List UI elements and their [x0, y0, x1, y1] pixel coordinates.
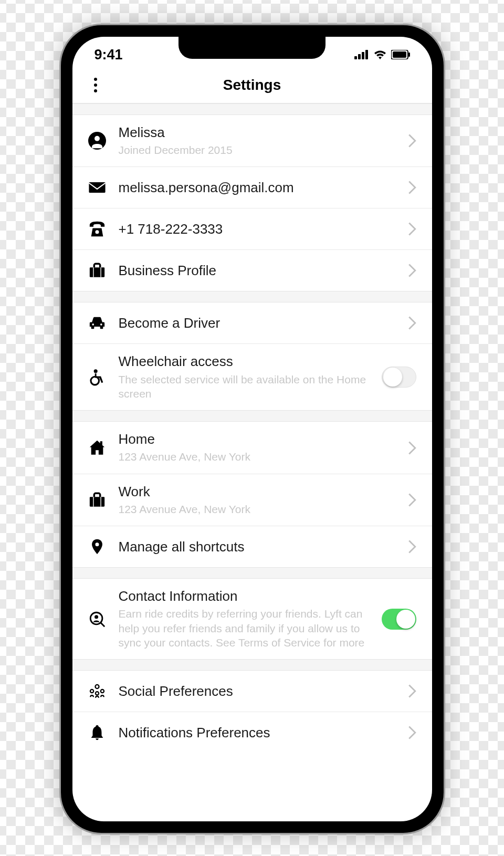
svg-rect-19 — [89, 497, 104, 506]
briefcase-icon — [88, 262, 106, 279]
svg-point-22 — [95, 542, 99, 546]
svg-point-28 — [100, 690, 103, 693]
chevron-right-icon — [408, 540, 416, 554]
notifications-preferences-label: Notifications Preferences — [119, 725, 408, 741]
svg-rect-2 — [362, 52, 364, 59]
wifi-icon — [373, 50, 387, 59]
wheelchair-label: Wheelchair access — [119, 353, 382, 370]
profile-row[interactable]: Melissa Joined December 2015 — [72, 115, 432, 166]
section-separator — [72, 410, 432, 422]
svg-point-8 — [94, 136, 100, 141]
work-address: 123 Avenue Ave, New York — [119, 502, 392, 516]
home-address-row[interactable]: Home 123 Avenue Ave, New York — [72, 422, 432, 473]
svg-rect-3 — [365, 50, 368, 59]
wheelchair-sub: The selected service will be available o… — [119, 372, 382, 401]
svg-point-14 — [92, 323, 94, 326]
become-driver-label: Become a Driver — [119, 315, 408, 331]
svg-point-17 — [90, 377, 99, 385]
section-separator — [72, 659, 432, 671]
manage-shortcuts-label: Manage all shortcuts — [119, 539, 408, 555]
envelope-icon — [88, 179, 106, 196]
business-profile-label: Business Profile — [119, 263, 408, 279]
section-separator — [72, 567, 432, 579]
status-time: 9:41 — [94, 47, 123, 63]
car-icon — [88, 314, 106, 332]
contact-info-label: Contact Information — [119, 588, 382, 604]
screen: 9:41 Settings Melissa Joined December 20… — [72, 37, 432, 821]
briefcase-icon — [88, 491, 106, 509]
person-search-icon — [88, 610, 106, 628]
profile-joined: Joined December 2015 — [119, 143, 392, 157]
group-icon — [88, 682, 106, 700]
chevron-right-icon — [408, 493, 416, 507]
email-row[interactable]: melissa.persona@gmail.com — [72, 166, 432, 208]
svg-point-15 — [100, 323, 102, 326]
contact-info-toggle[interactable] — [382, 609, 416, 630]
svg-rect-0 — [354, 56, 357, 59]
svg-point-24 — [94, 615, 98, 619]
section-separator — [72, 291, 432, 302]
svg-point-27 — [90, 690, 93, 693]
chevron-right-icon — [408, 726, 416, 739]
status-icons — [354, 50, 410, 59]
telephone-icon — [88, 220, 106, 238]
wheelchair-access-row: Wheelchair access The selected service w… — [72, 343, 432, 410]
business-profile-row[interactable]: Business Profile — [72, 249, 432, 291]
user-icon — [88, 132, 106, 150]
home-label: Home — [119, 431, 408, 447]
chevron-right-icon — [408, 264, 416, 277]
chevron-right-icon — [408, 684, 416, 698]
chevron-right-icon — [408, 181, 416, 194]
chevron-right-icon — [408, 316, 416, 330]
email-value: melissa.persona@gmail.com — [119, 180, 408, 196]
notifications-preferences-row[interactable]: Notifications Preferences — [72, 712, 432, 753]
app-header: Settings — [72, 67, 432, 103]
contact-info-sub: Earn ride credits by referring your frie… — [119, 607, 382, 650]
svg-point-16 — [93, 370, 97, 373]
section-separator — [72, 103, 432, 115]
social-preferences-label: Social Preferences — [119, 683, 408, 700]
phone-row[interactable]: +1 718-222-3333 — [72, 208, 432, 249]
phone-frame: 9:41 Settings Melissa Joined December 20… — [59, 24, 445, 834]
cellular-icon — [354, 50, 369, 59]
phone-value: +1 718-222-3333 — [119, 221, 408, 237]
svg-rect-11 — [89, 268, 104, 277]
wheelchair-icon — [88, 368, 106, 386]
svg-rect-9 — [89, 183, 105, 193]
work-label: Work — [119, 484, 408, 500]
svg-line-25 — [101, 623, 104, 627]
chevron-right-icon — [408, 134, 416, 148]
battery-icon — [391, 50, 410, 59]
svg-rect-18 — [100, 441, 102, 445]
work-address-row[interactable]: Work 123 Avenue Ave, New York — [72, 474, 432, 526]
notch — [178, 37, 326, 59]
svg-rect-6 — [408, 53, 410, 57]
svg-point-29 — [95, 692, 98, 695]
svg-point-10 — [95, 231, 99, 234]
profile-name: Melissa — [119, 124, 408, 141]
page-title: Settings — [88, 77, 416, 93]
chevron-right-icon — [408, 222, 416, 236]
svg-point-26 — [95, 685, 99, 688]
svg-rect-1 — [358, 54, 361, 59]
contact-info-row: Contact Information Earn ride credits by… — [72, 579, 432, 659]
home-address: 123 Avenue Ave, New York — [119, 450, 392, 464]
location-pin-icon — [88, 538, 106, 556]
bell-icon — [88, 724, 106, 742]
manage-shortcuts-row[interactable]: Manage all shortcuts — [72, 526, 432, 567]
wheelchair-toggle[interactable] — [382, 367, 416, 388]
become-driver-row[interactable]: Become a Driver — [72, 302, 432, 343]
house-icon — [88, 439, 106, 457]
chevron-right-icon — [408, 441, 416, 455]
svg-rect-5 — [393, 51, 406, 58]
social-preferences-row[interactable]: Social Preferences — [72, 671, 432, 712]
